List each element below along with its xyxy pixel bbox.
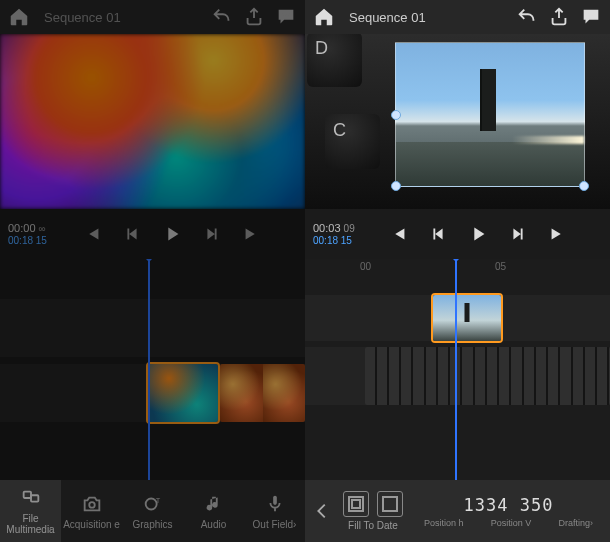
label-drafting: Drafting›	[558, 518, 593, 528]
svg-text:T: T	[155, 496, 160, 505]
comment-icon[interactable]	[580, 6, 602, 28]
svg-rect-14	[383, 497, 397, 511]
step-back-icon[interactable]	[427, 223, 449, 245]
label-pos-h: Position h	[424, 518, 464, 528]
fill-mode-a-icon[interactable]	[343, 491, 369, 517]
fill-group[interactable]: Fill To Date	[343, 491, 403, 531]
svg-point-11	[593, 14, 595, 16]
skip-end-icon[interactable]	[547, 223, 569, 245]
fill-label: Fill To Date	[348, 520, 398, 531]
tab-audio[interactable]: Audio	[183, 480, 244, 542]
time-sub: 00:18 15	[8, 236, 47, 246]
tab-multimedia[interactable]: File Multimedia	[0, 480, 61, 542]
folder-icon	[20, 487, 42, 509]
right-pane: Sequence 01 D C 00:03 09	[305, 0, 610, 542]
overlay-clip[interactable]	[395, 42, 585, 187]
graphics-icon: T	[142, 493, 164, 515]
home-icon[interactable]	[313, 6, 335, 28]
step-back-icon[interactable]	[121, 223, 143, 245]
playhead[interactable]	[455, 259, 457, 480]
tab-out[interactable]: Out Field›	[244, 480, 305, 542]
time-sub: 00:18 15	[313, 236, 355, 246]
svg-point-9	[587, 14, 589, 16]
mic-icon	[264, 493, 286, 515]
topbar-left: Sequence 01	[0, 0, 305, 34]
play-icon[interactable]	[161, 223, 183, 245]
timeline-clip-overlay[interactable]	[433, 295, 501, 341]
timeline-left[interactable]	[0, 259, 305, 480]
share-icon[interactable]	[548, 6, 570, 28]
handle-left[interactable]	[391, 110, 401, 120]
step-forward-icon[interactable]	[201, 223, 223, 245]
bottombar-left: File Multimedia Acquisition e T Graphics…	[0, 480, 305, 542]
comment-icon[interactable]	[275, 6, 297, 28]
skip-end-icon[interactable]	[241, 223, 263, 245]
skip-start-icon[interactable]	[387, 223, 409, 245]
handle-br[interactable]	[579, 181, 589, 191]
preview-right[interactable]: D C	[305, 34, 610, 209]
play-icon[interactable]	[467, 223, 489, 245]
position-values: 1334 350	[464, 495, 554, 515]
transport-right: 00:03 09 00:18 15	[305, 209, 610, 259]
time-main: 00:00	[8, 222, 36, 234]
fill-mode-b-icon[interactable]	[377, 491, 403, 517]
playhead[interactable]	[148, 259, 150, 480]
undo-icon[interactable]	[211, 6, 233, 28]
timeline-clip[interactable]	[365, 347, 610, 405]
time-main: 00:03	[313, 222, 341, 234]
chevron-left-icon[interactable]	[311, 500, 333, 522]
time-infinity: ∞	[39, 223, 46, 234]
svg-rect-4	[31, 495, 38, 501]
step-forward-icon[interactable]	[507, 223, 529, 245]
camera-icon	[81, 493, 103, 515]
audio-icon	[203, 493, 225, 515]
share-icon[interactable]	[243, 6, 265, 28]
transport-left: 00:00 ∞ 00:18 15	[0, 209, 305, 259]
sequence-title: Sequence 01	[345, 10, 506, 25]
svg-point-1	[285, 14, 287, 16]
svg-rect-13	[352, 500, 360, 508]
tab-graphics[interactable]: T Graphics	[122, 480, 183, 542]
timeline-clip[interactable]	[220, 364, 305, 422]
svg-rect-8	[273, 495, 277, 504]
timeline-right[interactable]: 00 05	[305, 259, 610, 480]
svg-point-5	[89, 502, 95, 508]
position-group[interactable]: 1334 350 Position h Position V Drafting›	[413, 495, 604, 528]
svg-rect-3	[23, 492, 30, 498]
skip-start-icon[interactable]	[81, 223, 103, 245]
left-pane: Sequence 01 00:00 ∞ 00:18 15	[0, 0, 305, 542]
time-frames: 09	[344, 223, 355, 234]
sequence-title: Sequence 01	[40, 10, 201, 25]
topbar-right: Sequence 01	[305, 0, 610, 34]
timeline-clip-selected[interactable]	[148, 364, 218, 422]
tab-acquisition[interactable]: Acquisition e	[61, 480, 122, 542]
svg-point-10	[590, 14, 592, 16]
handle-bl[interactable]	[391, 181, 401, 191]
undo-icon[interactable]	[516, 6, 538, 28]
svg-point-2	[288, 14, 290, 16]
bottombar-right: Fill To Date 1334 350 Position h Positio…	[305, 480, 610, 542]
preview-left[interactable]	[0, 34, 305, 209]
svg-point-0	[282, 14, 284, 16]
home-icon[interactable]	[8, 6, 30, 28]
label-pos-v: Position V	[491, 518, 532, 528]
